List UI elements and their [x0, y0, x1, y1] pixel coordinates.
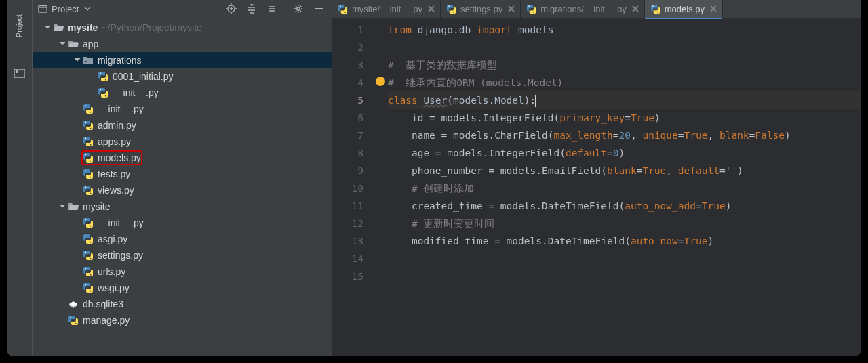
code-line[interactable]: class User(models.Model):: [388, 91, 861, 109]
line-number[interactable]: 4: [332, 74, 363, 91]
tree-file[interactable]: tests.py: [33, 166, 332, 182]
tree-file[interactable]: settings.py: [33, 247, 332, 263]
tree-file[interactable]: views.py: [33, 182, 332, 198]
project-panel-header: Project: [33, 0, 332, 18]
code-line[interactable]: from django.db import models: [388, 21, 861, 39]
code-line[interactable]: # 继承内置的ORM (models.Model): [388, 74, 861, 91]
tab-label: migrations/__init__.py: [540, 4, 626, 14]
code-line[interactable]: created_time = models.DateTimeField(auto…: [388, 197, 861, 215]
collapse-icon: [267, 3, 277, 14]
locate-button[interactable]: [224, 1, 239, 16]
editor-tab[interactable]: migrations/__init__.py: [521, 0, 644, 18]
tree-item-label: settings.py: [98, 250, 143, 261]
collapse-all-button[interactable]: [264, 1, 279, 16]
tree-item-label: 0001_initial.py: [113, 71, 174, 82]
line-number[interactable]: 9: [332, 162, 363, 179]
dir-icon: [68, 201, 79, 212]
chevron-down-icon[interactable]: [58, 40, 66, 48]
tree-file[interactable]: apps.py: [33, 133, 332, 150]
code-line[interactable]: # 创建时添加: [388, 179, 861, 197]
code-line[interactable]: phone_number = models.EmailField(blank=T…: [388, 162, 861, 179]
rail-structure-icon[interactable]: [14, 69, 25, 78]
code-content[interactable]: from django.db import models# 基于类的数据库模型#…: [382, 18, 861, 356]
tree-file[interactable]: __init__.py: [33, 215, 332, 231]
code-line[interactable]: id = models.IntegerField(primary_key=Tru…: [388, 109, 861, 127]
expand-all-button[interactable]: [244, 1, 259, 16]
code-line[interactable]: # 基于类的数据库模型: [388, 56, 861, 74]
tree-file[interactable]: wsgi.py: [33, 280, 332, 296]
editor-tab[interactable]: models.py: [645, 0, 723, 18]
tree-folder[interactable]: app: [33, 36, 332, 52]
line-number[interactable]: 15: [332, 268, 363, 285]
code-line[interactable]: [388, 39, 861, 56]
close-icon[interactable]: [428, 5, 435, 12]
line-number[interactable]: 6: [332, 109, 363, 127]
hide-panel-button[interactable]: [311, 1, 326, 16]
project-tree[interactable]: mysite~/Python/Project/mysiteappmigratio…: [33, 18, 332, 356]
line-number[interactable]: 11: [332, 197, 363, 215]
line-number[interactable]: 13: [332, 232, 363, 250]
tree-file[interactable]: __init__.py: [33, 101, 332, 117]
editor-tab[interactable]: settings.py: [441, 0, 521, 18]
py-icon: [83, 217, 94, 228]
chevron-down-icon[interactable]: [43, 24, 52, 32]
line-number[interactable]: 14: [332, 250, 363, 268]
tree-item-label: app: [83, 39, 98, 49]
dir-icon: [68, 39, 79, 49]
tree-file[interactable]: manage.py: [33, 312, 332, 328]
chevron-down-icon[interactable]: [73, 56, 81, 64]
tree-item-path: ~/Python/Project/mysite: [102, 22, 201, 33]
tree-file[interactable]: urls.py: [33, 263, 332, 280]
py-icon: [98, 87, 108, 98]
editor-tab[interactable]: mysite/__init__.py: [332, 0, 441, 18]
python-file-icon: [650, 4, 660, 14]
tree-file[interactable]: asgi.py: [33, 231, 332, 247]
tree-item-label: models.py: [98, 152, 141, 163]
pkg-icon: [83, 55, 94, 66]
project-panel: Project mysite~/Python/Project/mysiteapp…: [33, 0, 332, 356]
chevron-down-icon: [83, 4, 92, 14]
line-gutter[interactable]: 123456789101112131415: [332, 18, 370, 356]
tree-file[interactable]: __init__.py: [33, 85, 332, 101]
code-line[interactable]: # 更新时变更时间: [388, 215, 861, 232]
tree-item-label: mysite: [83, 201, 110, 212]
settings-button[interactable]: [291, 1, 306, 16]
line-number[interactable]: 10: [332, 179, 363, 197]
line-number[interactable]: 8: [332, 144, 363, 162]
tree-folder[interactable]: migrations: [33, 52, 332, 68]
close-icon[interactable]: [632, 5, 639, 12]
intention-bulb-icon[interactable]: [376, 77, 385, 86]
tree-folder[interactable]: mysite~/Python/Project/mysite: [33, 20, 332, 36]
code-line[interactable]: [388, 250, 861, 268]
line-number[interactable]: 12: [332, 215, 363, 232]
tree-item-label: __init__.py: [113, 87, 159, 98]
close-icon[interactable]: [508, 5, 515, 12]
tree-file[interactable]: models.py: [33, 150, 332, 166]
code-line[interactable]: [388, 268, 861, 285]
py-icon: [83, 266, 94, 277]
line-number[interactable]: 3: [332, 56, 363, 74]
py-icon: [83, 152, 94, 163]
code-line[interactable]: age = models.IntegerField(default=0): [388, 144, 861, 162]
project-panel-title[interactable]: Project: [38, 4, 92, 14]
line-number[interactable]: 1: [332, 21, 363, 39]
tab-label: mysite/__init__.py: [352, 4, 422, 14]
tool-window-rail: Project: [7, 0, 33, 356]
rail-project-label[interactable]: Project: [16, 14, 24, 37]
tree-item-label: admin.py: [98, 120, 136, 131]
chevron-down-icon[interactable]: [58, 202, 66, 211]
tree-folder[interactable]: mysite: [33, 198, 332, 215]
line-number[interactable]: 5: [332, 91, 363, 109]
line-number[interactable]: 2: [332, 39, 363, 56]
code-line[interactable]: modified_time = models.DateTimeField(aut…: [388, 232, 861, 250]
line-number[interactable]: 7: [332, 127, 363, 144]
py-icon: [83, 104, 94, 114]
tree-file[interactable]: 0001_initial.py: [33, 68, 332, 85]
gutter-divider: [370, 18, 382, 356]
tree-file[interactable]: db.sqlite3: [33, 296, 332, 312]
close-icon[interactable]: [710, 5, 717, 12]
tree-file[interactable]: admin.py: [33, 117, 332, 133]
code-line[interactable]: name = models.CharField(max_length=20, u…: [388, 127, 861, 144]
expand-icon: [246, 3, 257, 14]
tab-label: settings.py: [460, 4, 502, 14]
